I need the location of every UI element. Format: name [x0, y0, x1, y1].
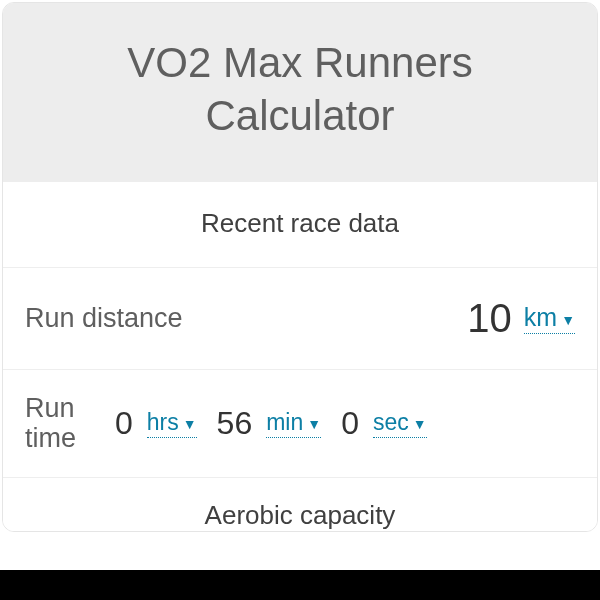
card-header: VO2 Max Runners Calculator — [3, 3, 597, 182]
section-race-data: Recent race data — [3, 182, 597, 268]
run-distance-unit-select[interactable]: km ▼ — [524, 303, 575, 334]
chevron-down-icon: ▼ — [413, 416, 427, 432]
run-time-min-value[interactable]: 56 — [217, 405, 253, 442]
run-time-label: Run time — [25, 394, 95, 453]
chevron-down-icon: ▼ — [183, 416, 197, 432]
unit-text: min — [266, 409, 303, 436]
row-run-time: Run time 0 hrs ▼ 56 min ▼ 0 sec ▼ — [3, 370, 597, 478]
section-aerobic-capacity: Aerobic capacity — [3, 478, 597, 531]
chevron-down-icon: ▼ — [307, 416, 321, 432]
chevron-down-icon: ▼ — [561, 312, 575, 328]
calculator-card: VO2 Max Runners Calculator Recent race d… — [2, 2, 598, 532]
unit-text: km — [524, 303, 557, 332]
run-distance-label: Run distance — [25, 303, 467, 334]
unit-text: sec — [373, 409, 409, 436]
run-time-hrs-value[interactable]: 0 — [115, 405, 133, 442]
run-time-sec-value[interactable]: 0 — [341, 405, 359, 442]
unit-text: hrs — [147, 409, 179, 436]
page-title: VO2 Max Runners Calculator — [43, 37, 557, 142]
bottom-black-bar — [0, 570, 600, 600]
run-time-sec-unit-select[interactable]: sec ▼ — [373, 409, 427, 438]
row-run-distance: Run distance 10 km ▼ — [3, 268, 597, 370]
run-time-min-unit-select[interactable]: min ▼ — [266, 409, 321, 438]
run-time-hrs-unit-select[interactable]: hrs ▼ — [147, 409, 197, 438]
run-distance-value[interactable]: 10 — [467, 296, 512, 341]
